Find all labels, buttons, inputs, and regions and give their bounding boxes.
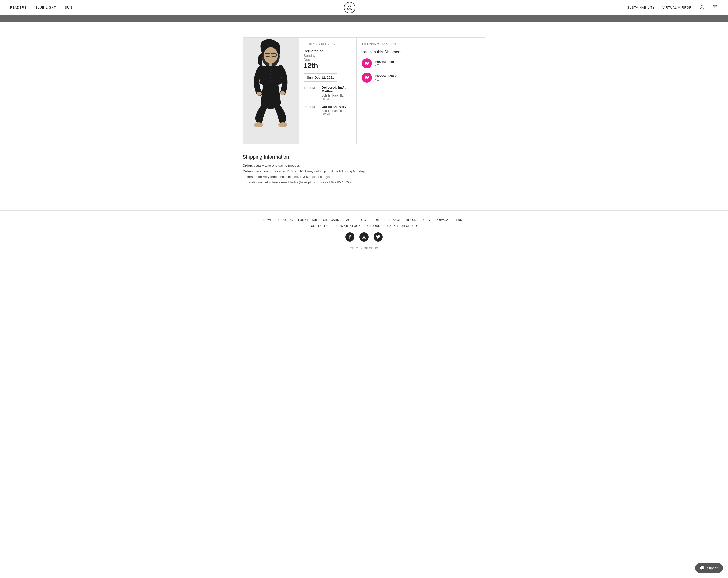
tracking-card: ESTIMATED DELIVERY Delivered on Sunday D… [243, 37, 485, 144]
delivery-day: Sunday [304, 54, 352, 58]
svg-point-4 [264, 47, 278, 63]
footer-gift-card[interactable]: GIFT CARD [323, 218, 339, 221]
footer-returns[interactable]: RETURNS [365, 224, 380, 227]
delivered-on-label: Delivered on [304, 49, 352, 53]
header: READERS BLUE-LIGHT SUN LO OK SUSTAINABIL… [0, 0, 728, 15]
promo-bar [0, 15, 728, 22]
item-icon-2: W [362, 73, 372, 83]
footer-social [5, 232, 723, 242]
item-info-1: Preview Item 1 x 2 [375, 60, 397, 67]
shipment-item-1: W Preview Item 1 x 2 [362, 58, 480, 68]
footer: HOME ABOUT US LOOK RETAIL GIFT CARD FAQS… [0, 211, 728, 255]
svg-point-12 [254, 122, 263, 127]
nav-virtual-mirror[interactable]: VIRTUAL MIRROR [662, 6, 692, 9]
tracking-event-2: 6:13 PM Out for Delivery Schiller Park, … [304, 105, 352, 116]
nav-blue-light[interactable]: BLUE-LIGHT [36, 6, 56, 9]
footer-refund-policy[interactable]: REFUND POLICY [406, 218, 431, 221]
event-time-2: 6:13 PM [304, 105, 317, 116]
footer-about-us[interactable]: ABOUT US [278, 218, 293, 221]
footer-track-order[interactable]: TRACK YOUR ORDER [385, 224, 417, 227]
tracking-event-1: 7:13 PM Delivered, In/At Mailbox Schille… [304, 86, 352, 101]
item-info-2: Preview Item 2 x 1 [375, 74, 397, 81]
cart-icon[interactable] [712, 5, 718, 10]
tracking-panel: TRACKING: 867-5309 Items in this Shipmen… [357, 38, 485, 144]
delivery-date: 12th [304, 62, 352, 70]
shipping-info: Shipping Information Orders usually take… [243, 154, 485, 185]
event-details-2: Out for Delivery Schiller Park, IL, 6017… [321, 105, 352, 116]
delivery-panel: ESTIMATED DELIVERY Delivered on Sunday D… [298, 38, 357, 144]
header-nav-right: SUSTAINABILITY VIRTUAL MIRROR [627, 6, 692, 9]
shipping-text: Orders usually take one day to process. … [243, 163, 485, 185]
svg-point-10 [270, 77, 271, 78]
facebook-icon[interactable] [345, 232, 355, 242]
nav-sun[interactable]: SUN [65, 6, 72, 9]
footer-home[interactable]: HOME [263, 218, 272, 221]
main-content: ESTIMATED DELIVERY Delivered on Sunday D… [238, 22, 490, 211]
svg-point-0 [701, 5, 703, 7]
estimated-delivery-label: ESTIMATED DELIVERY [304, 43, 352, 46]
model-image [243, 38, 298, 144]
header-right: SUSTAINABILITY VIRTUAL MIRROR [627, 5, 718, 10]
svg-rect-16 [362, 235, 366, 239]
logo[interactable]: LO OK [344, 2, 356, 13]
footer-contact-us[interactable]: CONTACT US [311, 224, 330, 227]
delivery-month: Dec [304, 58, 352, 62]
footer-phone[interactable]: +1 877.857.LOOK [336, 224, 361, 227]
svg-point-9 [270, 74, 271, 75]
footer-copyright: ©2021 LOOK OPTIC [5, 247, 723, 250]
svg-point-15 [280, 91, 285, 95]
shipment-item-2: W Preview Item 2 x 1 [362, 73, 480, 83]
footer-look-retail[interactable]: LOOK RETAIL [298, 218, 318, 221]
footer-blog[interactable]: BLOG [358, 218, 366, 221]
footer-nav-row2: CONTACT US +1 877.857.LOOK RETURNS TRACK… [5, 224, 723, 227]
event-time-1: 7:13 PM [304, 86, 317, 101]
svg-point-13 [278, 122, 287, 127]
account-icon[interactable] [699, 5, 705, 10]
svg-point-17 [363, 236, 365, 238]
nav-sustainability[interactable]: SUSTAINABILITY [627, 6, 655, 9]
svg-point-18 [365, 236, 365, 237]
footer-faqs[interactable]: FAQS [344, 218, 353, 221]
footer-terms[interactable]: TERMS [454, 218, 465, 221]
footer-nav-row1: HOME ABOUT US LOOK RETAIL GIFT CARD FAQS… [5, 218, 723, 221]
tracking-number: TRACKING: 867-5309 [362, 43, 480, 46]
svg-point-14 [257, 92, 262, 96]
footer-privacy[interactable]: PRIVACY [436, 218, 449, 221]
header-nav-left: READERS BLUE-LIGHT SUN [10, 6, 72, 9]
date-badge: Sun, Dec 12, 2021 [304, 73, 337, 82]
instagram-icon[interactable] [360, 232, 368, 242]
twitter-icon[interactable] [373, 232, 383, 242]
item-icon-1: W [362, 58, 372, 68]
svg-point-11 [270, 80, 271, 81]
event-details-1: Delivered, In/At Mailbox Schiller Park, … [321, 86, 352, 101]
footer-terms-of-service[interactable]: TERMS OF SERVICE [371, 218, 401, 221]
shipping-title: Shipping Information [243, 154, 485, 160]
nav-readers[interactable]: READERS [10, 6, 27, 9]
items-title: Items in this Shipment [362, 50, 480, 54]
